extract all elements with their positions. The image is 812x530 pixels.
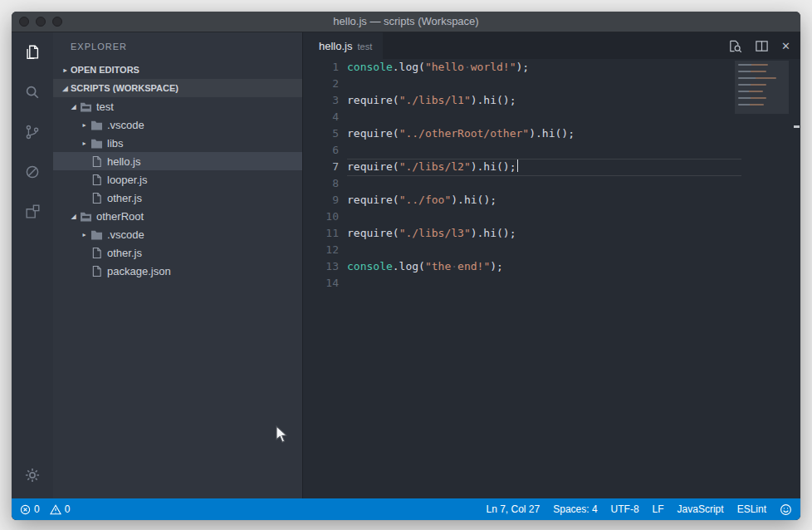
status-bar: 0 0 Ln 7, Col 27Spaces: 4UTF-8LFJavaScri…	[12, 498, 800, 520]
code-text: require("./libs/l1").hi();	[339, 92, 516, 109]
tree-item-.vscode[interactable]: ▸.vscode	[53, 225, 302, 243]
code-text	[339, 209, 347, 225]
activity-debug-icon[interactable]	[12, 152, 53, 192]
chevron-down-icon: ◢	[68, 103, 79, 110]
folder-icon	[90, 229, 103, 240]
window-controls	[19, 17, 62, 27]
file-icon	[90, 247, 103, 259]
code-line-5: 5require("../otherRoot/other").hi();	[303, 125, 800, 142]
status-eslint[interactable]: ESLint	[737, 503, 766, 515]
file-icon	[90, 174, 103, 186]
tree-item-.vscode[interactable]: ▸.vscode	[53, 115, 302, 134]
code-editor[interactable]: 1console.log("hello·world!");23require("…	[303, 59, 800, 498]
root-folder-icon	[79, 211, 92, 222]
error-count: 0	[34, 503, 40, 515]
minimap[interactable]	[735, 61, 789, 114]
tree-item-label: other.js	[107, 247, 142, 259]
activity-settings-gear-icon[interactable]	[12, 455, 53, 495]
tree-item-package.json[interactable]: package.json	[53, 262, 302, 280]
code-text: require("../otherRoot/other").hi();	[339, 125, 575, 142]
code-line-14: 14	[303, 275, 800, 292]
desktop-background: hello.js — scripts (Workspace) EXPLORER …	[0, 0, 812, 530]
line-number: 10	[303, 209, 339, 225]
vscode-window: hello.js — scripts (Workspace) EXPLORER …	[12, 12, 800, 520]
tree-item-label: .vscode	[107, 228, 144, 241]
code-text	[339, 142, 347, 159]
tree-item-label: looper.js	[107, 174, 147, 186]
chevron-down-icon: ◢	[60, 85, 71, 92]
tree-item-other.js[interactable]: other.js	[53, 243, 302, 262]
titlebar[interactable]: hello.js — scripts (Workspace)	[12, 12, 800, 32]
code-text: require("./libs/l3").hi();	[339, 225, 516, 242]
root-folder-icon	[79, 101, 92, 112]
problems-errors[interactable]: 0	[20, 503, 40, 515]
folder-icon	[90, 138, 103, 149]
line-number: 9	[303, 192, 339, 209]
section-workspace-label: SCRIPTS (WORKSPACE)	[71, 83, 179, 93]
explorer-sidebar: EXPLORER ▸ OPEN EDITORS ◢ SCRIPTS (WORKS…	[53, 32, 302, 498]
error-icon	[20, 504, 31, 515]
code-line-13: 13console.log("the·end!");	[303, 258, 800, 275]
file-icon	[90, 155, 103, 168]
find-in-file-icon[interactable]	[728, 39, 742, 53]
tree-item-other.js[interactable]: other.js	[53, 189, 302, 207]
text-caret	[517, 159, 519, 172]
line-number: 7	[303, 159, 339, 175]
section-open-editors[interactable]: ▸ OPEN EDITORS	[53, 61, 302, 79]
close-window-button[interactable]	[19, 17, 29, 27]
chevron-right-icon: ▸	[79, 121, 90, 129]
activity-search-icon[interactable]	[12, 72, 53, 112]
activity-source-control-icon[interactable]	[12, 112, 53, 152]
code-line-4: 4	[303, 109, 800, 125]
code-text: console.log("the·end!");	[339, 258, 503, 275]
split-editor-icon[interactable]	[755, 39, 769, 53]
section-open-editors-label: OPEN EDITORS	[71, 65, 139, 75]
status-language-mode[interactable]: JavaScript	[677, 503, 724, 515]
status-encoding[interactable]: UTF-8	[611, 503, 639, 515]
code-line-10: 10	[303, 209, 800, 225]
chevron-right-icon: ▸	[79, 231, 90, 238]
activity-bar	[12, 32, 53, 498]
window-title: hello.js — scripts (Workspace)	[12, 12, 800, 32]
line-number: 1	[303, 59, 339, 76]
chevron-right-icon: ▸	[79, 140, 90, 147]
code-text: console.log("hello·world!");	[339, 59, 529, 76]
code-line-7: 7require("./libs/l2").hi();	[303, 159, 800, 175]
scrollbar-indicator	[794, 125, 800, 128]
file-tree: ◢test▸.vscode▸libshello.jslooper.jsother…	[53, 97, 302, 498]
feedback-smiley-icon[interactable]	[780, 503, 792, 516]
line-number: 2	[303, 76, 339, 92]
status-indentation[interactable]: Spaces: 4	[553, 503, 597, 515]
problems-warnings[interactable]: 0	[50, 503, 71, 515]
section-workspace[interactable]: ◢ SCRIPTS (WORKSPACE)	[53, 79, 302, 97]
code-lines: 1console.log("hello·world!");23require("…	[303, 59, 800, 292]
chevron-right-icon: ▸	[60, 66, 71, 74]
code-text	[339, 76, 347, 92]
code-line-11: 11require("./libs/l3").hi();	[303, 225, 800, 242]
warning-icon	[50, 504, 61, 515]
tree-item-libs[interactable]: ▸libs	[53, 134, 302, 152]
tree-item-hello.js[interactable]: hello.js	[53, 152, 302, 170]
line-number: 4	[303, 109, 339, 125]
tree-item-test[interactable]: ◢test	[53, 97, 302, 115]
code-line-8: 8	[303, 175, 800, 192]
tree-item-otherRoot[interactable]: ◢otherRoot	[53, 207, 302, 225]
code-text	[339, 242, 347, 258]
tree-item-label: hello.js	[107, 155, 140, 168]
activity-extensions-icon[interactable]	[12, 192, 53, 232]
line-number: 14	[303, 275, 339, 292]
status-eol[interactable]: LF	[653, 503, 664, 515]
status-cursor-position[interactable]: Ln 7, Col 27	[487, 503, 541, 515]
tree-item-looper.js[interactable]: looper.js	[53, 170, 302, 189]
activity-explorer-icon[interactable]	[12, 32, 53, 72]
tab-hello-js[interactable]: hello.js test	[303, 32, 383, 59]
tree-item-label: test	[96, 101, 114, 113]
workbench: EXPLORER ▸ OPEN EDITORS ◢ SCRIPTS (WORKS…	[12, 32, 800, 498]
line-number: 5	[303, 125, 339, 142]
tab-description: test	[357, 41, 372, 52]
editor-actions: ✕	[728, 32, 800, 59]
close-editor-icon[interactable]: ✕	[781, 41, 790, 52]
tree-item-label: other.js	[107, 192, 142, 204]
zoom-window-button[interactable]	[52, 17, 62, 27]
minimize-window-button[interactable]	[36, 17, 46, 27]
